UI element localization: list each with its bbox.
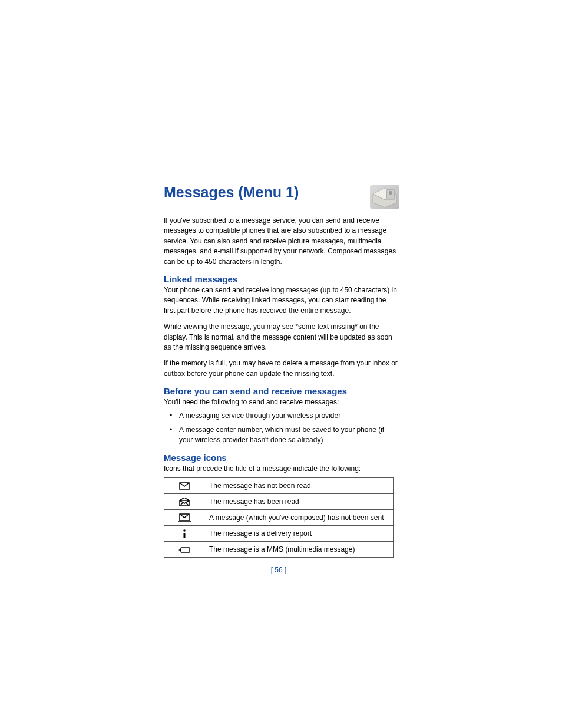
info-icon — [183, 529, 186, 538]
linked-paragraph-3: If the memory is full, you may have to d… — [164, 358, 399, 379]
icon-desc: The message is a delivery report — [204, 526, 394, 542]
linked-paragraph-2: While viewing the message, you may see *… — [164, 322, 399, 353]
message-icons-table: The message has not been read The messag… — [164, 477, 394, 558]
icon-cell — [164, 526, 204, 542]
list-item: A messaging service through your wireles… — [164, 411, 399, 421]
page-content: Messages (Menu 1) If you've subscribed t… — [164, 184, 399, 574]
page-number: [ 56 ] — [164, 566, 394, 574]
table-row: A message (which you've composed) has no… — [164, 510, 394, 526]
icon-cell — [164, 478, 204, 494]
icon-cell — [164, 494, 204, 510]
before-intro: You'll need the following to send and re… — [164, 397, 399, 407]
envelope-outbox-icon — [178, 513, 191, 522]
svg-rect-9 — [183, 533, 185, 538]
before-bullet-list: A messaging service through your wireles… — [164, 411, 399, 445]
svg-point-3 — [389, 191, 392, 195]
table-row: The message is a MMS (multimedia message… — [164, 542, 394, 558]
envelope-icon — [179, 482, 190, 490]
icons-intro: Icons that precede the title of a messag… — [164, 464, 399, 474]
table-row: The message is a delivery report — [164, 526, 394, 542]
icon-desc: A message (which you've composed) has no… — [204, 510, 394, 526]
messages-illustration — [370, 185, 399, 209]
svg-point-8 — [183, 529, 186, 532]
table-row: The message has not been read — [164, 478, 394, 494]
icon-cell — [164, 510, 204, 526]
intro-paragraph: If you've subscribed to a message servic… — [164, 216, 399, 267]
mms-icon — [178, 545, 190, 554]
section-title-before: Before you can send and receive messages — [164, 386, 399, 396]
list-item: A message center number, which must be s… — [164, 425, 399, 446]
icon-desc: The message is a MMS (multimedia message… — [204, 542, 394, 558]
icon-cell — [164, 542, 204, 558]
header-row: Messages (Menu 1) — [164, 184, 399, 209]
envelope-open-icon — [179, 497, 190, 506]
table-row: The message has been read — [164, 494, 394, 510]
linked-paragraph-1: Your phone can send and receive long mes… — [164, 285, 399, 316]
icon-desc: The message has not been read — [204, 478, 394, 494]
section-title-linked: Linked messages — [164, 274, 399, 284]
icon-desc: The message has been read — [204, 494, 394, 510]
section-title-icons: Message icons — [164, 453, 399, 463]
page-title: Messages (Menu 1) — [164, 184, 299, 201]
